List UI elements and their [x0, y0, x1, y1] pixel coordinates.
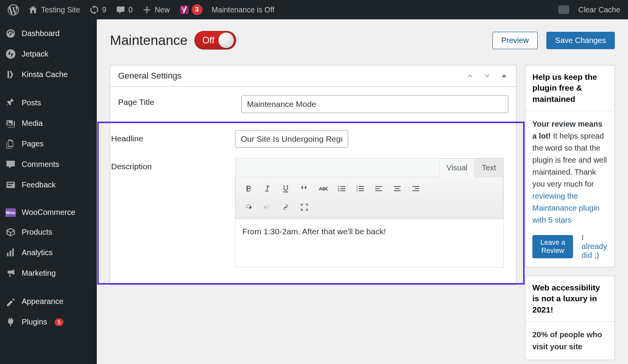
blockquote-button[interactable] — [295, 180, 313, 197]
align-left-button[interactable] — [370, 180, 388, 197]
sidebar-item-appearance[interactable]: Appearance — [0, 291, 97, 312]
plus-icon — [142, 5, 152, 15]
yoast-icon — [179, 5, 189, 15]
chevron-up-icon[interactable] — [466, 72, 474, 80]
plugin-icon — [5, 317, 16, 327]
sidebar-item-label: Posts — [22, 98, 41, 107]
new-label: New — [155, 5, 170, 14]
tab-text[interactable]: Text — [474, 158, 503, 177]
fullscreen-button[interactable] — [295, 199, 313, 215]
sidebar-item-jetpack[interactable]: Jetpack — [0, 44, 97, 64]
save-changes-button[interactable]: Save Changes — [546, 32, 615, 49]
sidebar-item-pages[interactable]: Pages — [0, 134, 97, 154]
sidebar-item-comments[interactable]: Comments — [0, 154, 97, 175]
chevron-down-icon[interactable] — [483, 72, 491, 80]
sidebar-item-label: Marketing — [22, 269, 56, 278]
svg-point-5 — [338, 188, 339, 189]
sidebar-item-feedback[interactable]: Feedback — [0, 175, 97, 195]
clear-cache-menu[interactable]: Clear Cache — [574, 0, 625, 19]
leave-review-button[interactable]: Leave a Review — [532, 235, 573, 258]
headline-input[interactable] — [235, 130, 348, 148]
svg-text:3: 3 — [356, 189, 358, 192]
review-link[interactable]: reviewing the Maintanance plugin with 5 … — [532, 192, 599, 224]
page-title: Maintenance — [110, 33, 187, 48]
yoast-menu[interactable]: 3 — [175, 0, 207, 19]
sidebar-item-label: Plugins — [22, 318, 47, 326]
maintenance-status-item[interactable]: Maintenance is Off — [207, 0, 279, 19]
sidebar-item-kinsta-cache[interactable]: Kinsta Cache — [0, 64, 97, 85]
sidebar-item-label: Jetpack — [22, 50, 48, 58]
sidebar-item-marketing[interactable]: Marketing — [0, 263, 97, 283]
panel-title: General Settings — [118, 71, 182, 81]
svg-rect-8 — [340, 188, 345, 189]
headline-label: Headline — [111, 130, 235, 143]
svg-point-6 — [338, 190, 339, 191]
accessibility-sidebox: Web accessibility is not a luxury in 202… — [525, 276, 615, 360]
svg-rect-16 — [375, 186, 382, 187]
woo-icon: Woo — [5, 208, 16, 217]
svg-rect-23 — [415, 188, 419, 189]
pages-icon — [5, 139, 16, 149]
strikethrough-button[interactable]: ABC — [314, 180, 332, 197]
sidebar-item-label: Dashboard — [22, 29, 60, 38]
maintenance-toggle[interactable]: Off — [194, 31, 236, 50]
wp-logo-menu[interactable] — [3, 0, 24, 19]
align-right-button[interactable] — [407, 180, 425, 197]
sidebar-item-analytics[interactable]: Analytics — [0, 242, 97, 263]
svg-rect-24 — [412, 190, 419, 191]
sidebar-item-woocommerce[interactable]: Woo WooCommerce — [0, 203, 97, 222]
svg-rect-18 — [375, 190, 382, 191]
content-area: Maintenance Off Preview Save Changes Gen… — [97, 19, 628, 364]
comments-count: 0 — [129, 5, 133, 14]
review-sidebox: Help us keep the plugin free & maintaine… — [525, 65, 615, 267]
sidebar-item-label: Products — [22, 228, 52, 237]
tab-visual[interactable]: Visual — [439, 158, 475, 177]
preview-button[interactable]: Preview — [492, 32, 538, 49]
new-content-menu[interactable]: New — [137, 0, 175, 19]
panel-header[interactable]: General Settings — [110, 65, 516, 87]
kinsta-icon — [5, 69, 16, 80]
toggle-knob — [218, 33, 234, 48]
comment-icon — [116, 5, 125, 15]
sidebar-item-dashboard[interactable]: Dashboard — [0, 23, 97, 44]
general-settings-panel: General Settings Page Title — [110, 65, 516, 285]
svg-rect-14 — [359, 188, 364, 189]
numbered-list-button[interactable]: 123 — [351, 180, 369, 197]
site-name-menu[interactable]: Testing Site — [24, 0, 85, 19]
appearance-icon — [5, 296, 16, 307]
editor-content[interactable]: From 1:30-2am. After that we'll be back! — [235, 219, 503, 267]
sidebar-item-media[interactable]: Media — [0, 113, 97, 134]
collapse-icon[interactable] — [500, 72, 508, 80]
comments-menu[interactable]: 0 — [111, 0, 137, 19]
undo-button[interactable] — [240, 199, 257, 215]
plugins-update-count: 5 — [55, 318, 64, 326]
updates-menu[interactable]: 9 — [85, 0, 111, 19]
svg-rect-7 — [340, 186, 345, 187]
notifications-icon-menu[interactable] — [554, 0, 574, 19]
page-title-input[interactable] — [241, 95, 508, 113]
sidebar-item-label: WooCommerce — [22, 208, 75, 217]
sidebar-item-label: Comments — [22, 160, 59, 169]
clear-cache-label: Clear Cache — [578, 5, 620, 14]
sidebar-item-posts[interactable]: Posts — [0, 93, 97, 113]
sidebar-item-label: Pages — [22, 139, 44, 148]
italic-button[interactable] — [258, 180, 276, 197]
align-center-button[interactable] — [388, 180, 406, 197]
sidebar-item-label: Analytics — [22, 248, 53, 257]
feedback-icon — [5, 180, 16, 190]
sidebar-item-products[interactable]: Products — [0, 222, 97, 242]
redo-button[interactable] — [258, 199, 276, 215]
underline-button[interactable] — [277, 180, 295, 197]
svg-rect-22 — [412, 186, 419, 187]
sidebar-item-plugins[interactable]: Plugins 5 — [0, 312, 97, 332]
highlighted-section: Headline Description Visual — [97, 122, 525, 285]
already-reviewed-link[interactable]: I already did ;) — [582, 233, 607, 260]
link-button[interactable] — [277, 199, 295, 215]
bullet-list-button[interactable] — [333, 180, 350, 197]
bold-button[interactable] — [240, 180, 257, 197]
maintenance-status-text: Maintenance is Off — [212, 5, 275, 14]
description-row: Description Visual Text — [111, 158, 516, 268]
home-icon — [28, 5, 38, 15]
site-name: Testing Site — [41, 5, 80, 14]
page-title-row: Page Title — [110, 87, 516, 122]
